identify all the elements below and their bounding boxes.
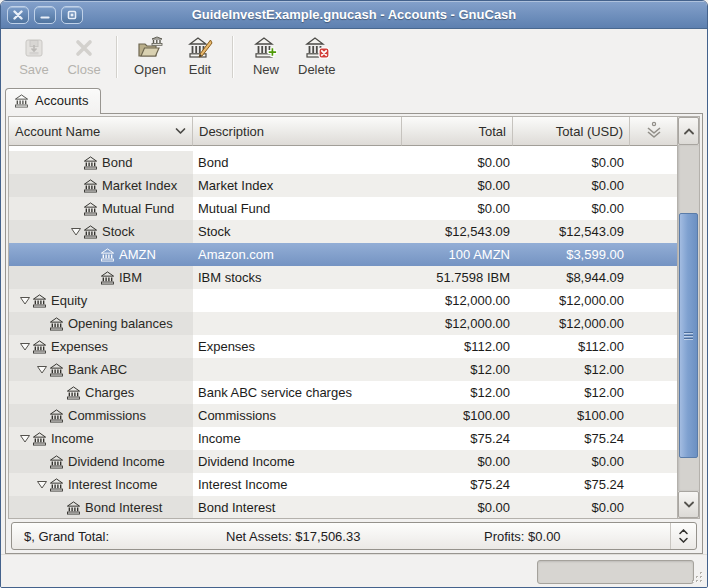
description-cell: Market Index xyxy=(193,174,402,197)
table-row[interactable]: BondBond$0.00$0.00 xyxy=(9,151,677,174)
scroll-up-button[interactable] xyxy=(678,117,699,145)
column-header-description[interactable]: Description xyxy=(193,117,402,146)
total-usd-cell: $0.00 xyxy=(513,174,630,197)
toolbar-separator xyxy=(232,36,234,78)
bank-icon xyxy=(66,386,81,400)
expander-open-icon xyxy=(19,341,31,352)
summary-spinner[interactable] xyxy=(670,523,696,549)
new-account-button[interactable]: New xyxy=(241,34,291,79)
expander-toggle[interactable] xyxy=(17,295,32,306)
table-row[interactable]: AMZNAmazon.com100 AMZN$3,599.00 xyxy=(9,243,677,266)
expander-toggle[interactable] xyxy=(17,433,32,444)
account-name-label: Stock xyxy=(102,224,135,239)
window-title: GuideInvestExample.gnucash - Accounts - … xyxy=(1,7,707,22)
scroll-down-button[interactable] xyxy=(678,491,699,518)
delete-account-button[interactable]: Delete xyxy=(291,34,343,79)
column-header-total-usd-label: Total (USD) xyxy=(556,124,623,139)
table-row[interactable]: Market IndexMarket Index$0.00$0.00 xyxy=(9,174,677,197)
expander-toggle[interactable] xyxy=(17,341,32,352)
table-row[interactable]: Mutual FundMutual Fund$0.00$0.00 xyxy=(9,197,677,220)
table-row[interactable]: Equity$12,000.00$12,000.00 xyxy=(9,289,677,312)
column-options-header[interactable] xyxy=(630,117,677,146)
bank-icon xyxy=(14,94,29,108)
account-name-label: AMZN xyxy=(119,247,156,262)
extra-cell xyxy=(630,358,677,381)
account-name-label: Bank ABC xyxy=(68,362,127,377)
table-row[interactable]: ChargesBank ABC service charges$12.00$12… xyxy=(9,381,677,404)
save-button[interactable]: Save xyxy=(9,34,59,79)
description-cell: Income xyxy=(193,427,402,450)
resize-grip[interactable] xyxy=(691,571,704,584)
profits-value: Profits: $0.00 xyxy=(484,529,666,544)
account-name-cell: IBM xyxy=(9,266,193,289)
total-cell: 100 AMZN xyxy=(402,243,513,266)
table-row[interactable]: Bank ABC$12.00$12.00 xyxy=(9,358,677,381)
delete-button-label: Delete xyxy=(298,62,336,77)
column-header-total-usd[interactable]: Total (USD) xyxy=(513,117,630,146)
total-usd-cell: $112.00 xyxy=(513,335,630,358)
column-header-total[interactable]: Total xyxy=(402,117,513,146)
extra-cell xyxy=(630,381,677,404)
extra-cell xyxy=(630,427,677,450)
titlebar: GuideInvestExample.gnucash - Accounts - … xyxy=(1,1,707,29)
tab-accounts-label: Accounts xyxy=(35,93,88,108)
table-row[interactable]: Interest IncomeInterest Income$75.24$75.… xyxy=(9,473,677,496)
close-icon xyxy=(13,10,23,20)
account-name-label: Bond xyxy=(102,155,132,170)
column-header-account-name[interactable]: Account Name xyxy=(9,117,193,146)
table-row[interactable]: IncomeIncome$75.24$75.24 xyxy=(9,427,677,450)
total-usd-cell: $75.24 xyxy=(513,427,630,450)
extra-cell xyxy=(630,450,677,473)
account-name-cell: Interest Income xyxy=(9,473,193,496)
bank-icon xyxy=(100,271,115,285)
description-cell: Dividend Income xyxy=(193,450,402,473)
vertical-scrollbar[interactable] xyxy=(677,117,699,518)
expander-toggle[interactable] xyxy=(68,226,83,237)
table-row[interactable]: IBMIBM stocks51.7598 IBM$8,944.09 xyxy=(9,266,677,289)
expander-toggle[interactable] xyxy=(34,364,49,375)
open-folder-icon xyxy=(137,36,163,60)
total-cell: $12.00 xyxy=(402,381,513,404)
summary-bar-frame: $, Grand Total: Net Assets: $17,506.33 P… xyxy=(11,522,697,550)
description-cell: Bond Interest xyxy=(193,496,402,519)
table-row[interactable]: StockStock$12,543.09$12,543.09 xyxy=(9,220,677,243)
column-header-description-label: Description xyxy=(199,124,264,139)
spinner-up-icon xyxy=(679,529,688,535)
close-window-button[interactable] xyxy=(7,6,29,24)
table-row[interactable]: Dividend IncomeDividend Income$0.00$0.00 xyxy=(9,450,677,473)
maximize-window-button[interactable] xyxy=(61,6,83,24)
extra-cell xyxy=(630,473,677,496)
total-cell: $0.00 xyxy=(402,496,513,519)
extra-cell xyxy=(630,312,677,335)
total-usd-cell: $12,000.00 xyxy=(513,289,630,312)
extra-cell xyxy=(630,404,677,427)
account-name-label: Charges xyxy=(85,385,134,400)
total-usd-cell: $12.00 xyxy=(513,381,630,404)
tab-accounts[interactable]: Accounts xyxy=(5,88,101,114)
open-button[interactable]: Open xyxy=(125,34,175,79)
new-button-label: New xyxy=(253,62,279,77)
expander-toggle[interactable] xyxy=(34,479,49,490)
bank-icon xyxy=(32,340,47,354)
table-row[interactable]: CommissionsCommissions$100.00$100.00 xyxy=(9,404,677,427)
net-assets-value: Net Assets: $17,506.33 xyxy=(226,529,484,544)
close-tab-button[interactable]: Close xyxy=(59,34,109,79)
account-name-label: Mutual Fund xyxy=(102,201,174,216)
minimize-window-button[interactable] xyxy=(34,6,56,24)
total-usd-cell: $100.00 xyxy=(513,404,630,427)
toolbar: Save Close Open Edit xyxy=(1,29,707,86)
scrollbar-grip xyxy=(684,330,693,341)
description-cell: IBM stocks xyxy=(193,266,402,289)
expander-open-icon xyxy=(36,364,48,375)
table-row[interactable]: Bond InterestBond Interest$0.00$0.00 xyxy=(9,496,677,519)
scrollbar-track[interactable] xyxy=(678,145,699,491)
edit-button[interactable]: Edit xyxy=(175,34,225,79)
extra-cell xyxy=(630,243,677,266)
account-name-cell: Equity xyxy=(9,289,193,312)
table-row[interactable]: ExpensesExpenses$112.00$112.00 xyxy=(9,335,677,358)
table-row[interactable]: Opening balances$12,000.00$12,000.00 xyxy=(9,312,677,335)
scrollbar-thumb[interactable] xyxy=(679,213,698,458)
summary-bar[interactable]: $, Grand Total: Net Assets: $17,506.33 P… xyxy=(11,522,697,550)
tabbar: Accounts xyxy=(1,86,707,113)
description-cell: Interest Income xyxy=(193,473,402,496)
